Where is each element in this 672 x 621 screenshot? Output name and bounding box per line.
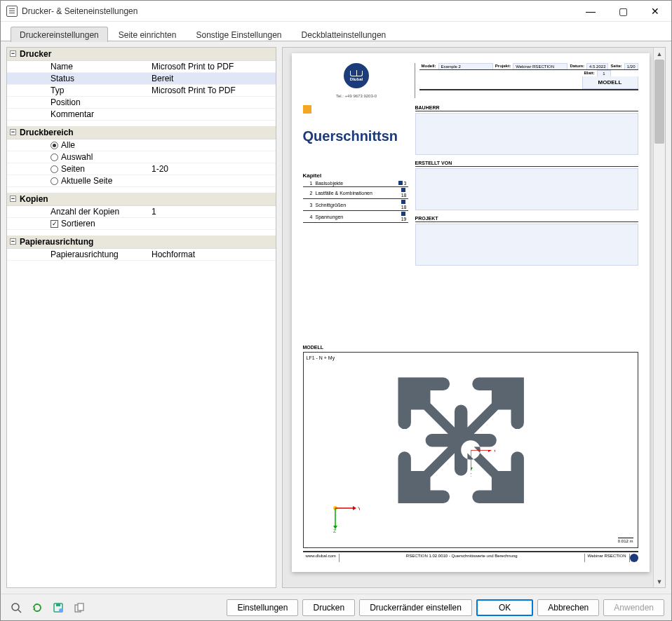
anwenden-button[interactable]: Anwenden: [603, 599, 664, 616]
row-position[interactable]: Position: [7, 97, 276, 109]
radio-alle-icon[interactable]: [51, 142, 58, 149]
section-projekt-header: PROJEKT: [415, 216, 638, 222]
row-name[interactable]: Name Microsoft Print to PDF: [7, 61, 276, 73]
label-status: Status: [7, 74, 147, 83]
label-anzahl-kopien: Anzahl der Kopien: [7, 207, 147, 217]
tab-druckereinstellungen[interactable]: Druckereinstellungen: [11, 27, 108, 42]
tab-sonstige-einstellungen[interactable]: Sonstige Einstellungen: [187, 27, 290, 42]
page-header: Dlubal Tel.: +49 9673 9203-0 Modell: Exa…: [303, 63, 638, 98]
checkbox-sortieren-icon[interactable]: [51, 220, 58, 228]
axes-center-icon: Y Z: [471, 450, 499, 478]
kapitel-row: 3Schnittgrößen18: [303, 199, 408, 211]
meta-datum-label: Datum:: [567, 63, 586, 69]
label-papierausrichtung: Papierausrichtung: [7, 250, 147, 259]
preview-page: Dlubal Tel.: +49 9673 9203-0 Modell: Exa…: [292, 53, 650, 572]
expander-icon[interactable]: −: [10, 196, 16, 202]
meta-blatt-label: Blatt:: [582, 70, 597, 76]
group-druckbereich: − Druckbereich: [7, 126, 276, 139]
maximize-button[interactable]: ▢: [607, 1, 639, 22]
svg-rect-20: [78, 603, 83, 610]
expander-icon[interactable]: −: [10, 50, 16, 57]
property-grid: − Drucker Name Microsoft Print to PDF St…: [6, 47, 276, 588]
expander-icon[interactable]: −: [10, 129, 16, 135]
minimize-button[interactable]: —: [574, 1, 607, 22]
footer-site: www.dlubal.com: [303, 554, 340, 562]
svg-text:Y: Y: [493, 450, 497, 453]
scroll-thumb[interactable]: [654, 60, 664, 144]
group-druckbereich-label: Druckbereich: [20, 128, 74, 137]
window-controls: — ▢ ✕: [574, 1, 671, 22]
svg-marker-1: [488, 450, 492, 452]
radio-aktuelle-icon[interactable]: [51, 177, 58, 185]
svg-marker-8: [353, 506, 356, 510]
meta-blatt-value: 1: [597, 70, 611, 76]
abbrechen-button[interactable]: Abbrechen: [537, 599, 599, 616]
model-case-name: LF1 - N + My: [307, 355, 635, 360]
row-sortieren[interactable]: Sortieren: [7, 218, 276, 230]
druckerraender-button[interactable]: Druckerränder einstellen: [359, 599, 472, 616]
copy-settings-icon[interactable]: [71, 599, 88, 616]
svg-text:Y: Y: [358, 506, 360, 511]
expander-icon[interactable]: −: [10, 238, 16, 245]
row-status[interactable]: Status Bereit: [7, 73, 276, 85]
svg-point-13: [12, 603, 19, 610]
kapitel-table: 1Basisobjekte3 2Lastfälle & Kombinatione…: [303, 180, 408, 223]
window-title: Drucker- & Seiteneinstellungen: [22, 6, 574, 16]
meta-modell-value: Example 2: [438, 63, 493, 69]
square-icon: [401, 200, 405, 204]
tab-deckblatteinstellungen[interactable]: Deckblatteinstellungen: [293, 27, 396, 42]
tel-text: Tel.: +49 9673 9203-0: [336, 94, 377, 98]
row-papierausrichtung[interactable]: Papierausrichtung Hochformat: [7, 249, 276, 261]
row-seiten[interactable]: Seiten 1-20: [7, 163, 276, 175]
row-alle[interactable]: Alle: [7, 139, 276, 151]
svg-rect-17: [56, 603, 60, 606]
bottom-toolbar: Einstellungen Drucken Druckerränder eins…: [1, 594, 671, 620]
einstellungen-button[interactable]: Einstellungen: [227, 599, 298, 616]
radio-seiten-icon[interactable]: [51, 165, 58, 173]
kapitel-row: 1Basisobjekte3: [303, 180, 408, 187]
titlebar: Drucker- & Seiteneinstellungen — ▢ ✕: [1, 1, 671, 22]
value-typ: Microsoft Print To PDF: [147, 86, 276, 95]
preview-scrollbar[interactable]: ▲ ▼: [653, 48, 665, 587]
square-icon: [398, 181, 403, 185]
meta-projekt-label: Projekt:: [493, 63, 513, 69]
logo-text: Dlubal: [350, 77, 363, 81]
scroll-up-icon[interactable]: ▲: [654, 48, 665, 60]
square-icon: [401, 212, 405, 216]
meta-projekt-value: Webinar RSECTION: [513, 63, 567, 69]
row-typ[interactable]: Typ Microsoft Print To PDF: [7, 85, 276, 97]
tab-strip: Druckereinstellungen Seite einrichten So…: [1, 22, 671, 41]
tab-seite-einrichten[interactable]: Seite einrichten: [109, 27, 186, 42]
meta-modell-label: Modell:: [419, 63, 438, 69]
svg-marker-3: [471, 468, 473, 471]
meta-datum-value: 4.5.2022: [586, 63, 608, 69]
refresh-icon[interactable]: [29, 599, 46, 616]
ok-button[interactable]: OK: [476, 599, 533, 616]
section-bauherr-box: [415, 113, 638, 155]
scroll-down-icon[interactable]: ▼: [654, 575, 665, 587]
row-kommentar[interactable]: Kommentar: [7, 109, 276, 121]
save-settings-icon[interactable]: [50, 599, 67, 616]
value-name: Microsoft Print to PDF: [147, 62, 276, 71]
search-icon[interactable]: [8, 599, 25, 616]
row-auswahl[interactable]: Auswahl: [7, 151, 276, 163]
drucken-button[interactable]: Drucken: [302, 599, 355, 616]
preview-viewport[interactable]: Dlubal Tel.: +49 9673 9203-0 Modell: Exa…: [283, 48, 665, 587]
svg-line-14: [18, 610, 21, 613]
radio-auswahl-icon[interactable]: [51, 153, 58, 161]
row-anzahl-kopien[interactable]: Anzahl der Kopien 1: [7, 206, 276, 218]
kapitel-row: 2Lastfälle & Kombinationen18: [303, 187, 408, 199]
label-name: Name: [7, 62, 147, 71]
label-seiten: Seiten: [61, 164, 85, 174]
close-button[interactable]: ✕: [639, 1, 671, 22]
kapitel-row: 4Spannungen19: [303, 211, 408, 223]
value-status: Bereit: [147, 74, 276, 83]
row-aktuelle-seite[interactable]: Aktuelle Seite: [7, 175, 276, 187]
section-erstellt-box: [415, 168, 638, 210]
label-typ: Typ: [7, 86, 147, 95]
footer-prog: RSECTION 1.02.0010 - Querschnittswerte u…: [340, 554, 585, 562]
cover-title: Querschnittsn: [303, 128, 408, 144]
scale-bar: 0.012 m: [618, 538, 633, 543]
value-anzahl-kopien: 1: [147, 207, 276, 217]
page-body: Querschnittsn Kapitel 1Basisobjekte3 2La…: [303, 105, 638, 339]
